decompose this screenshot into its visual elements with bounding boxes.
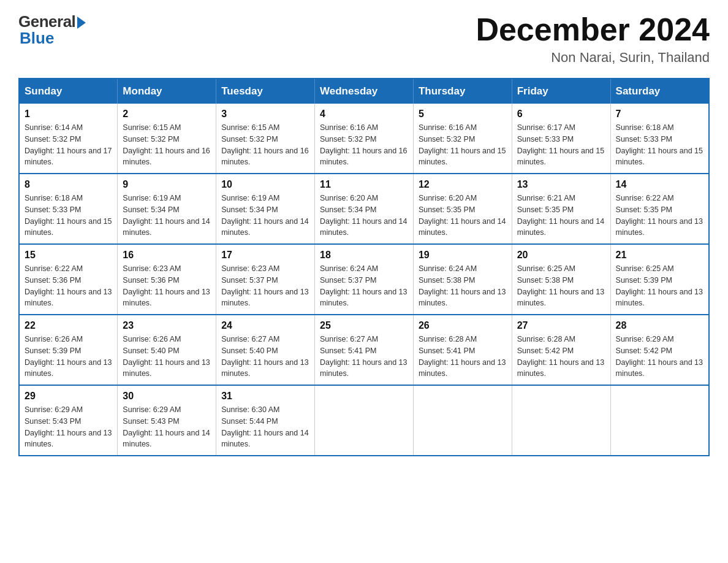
day-number: 14 [616,179,703,190]
calendar-cell: 11Sunrise: 6:20 AMSunset: 5:34 PMDayligh… [315,174,414,244]
calendar-cell: 2Sunrise: 6:15 AMSunset: 5:32 PMDaylight… [118,104,216,174]
calendar-cell [512,385,610,456]
day-info: Sunrise: 6:16 AMSunset: 5:32 PMDaylight:… [320,122,408,168]
day-number: 28 [616,320,703,331]
calendar-cell: 24Sunrise: 6:27 AMSunset: 5:40 PMDayligh… [216,315,315,385]
day-number: 5 [419,109,507,120]
day-info: Sunrise: 6:29 AMSunset: 5:43 PMDaylight:… [123,404,211,450]
day-info: Sunrise: 6:21 AMSunset: 5:35 PMDaylight:… [517,193,605,239]
day-info: Sunrise: 6:26 AMSunset: 5:40 PMDaylight:… [123,334,211,380]
calendar-cell: 20Sunrise: 6:25 AMSunset: 5:38 PMDayligh… [512,244,610,315]
calendar-cell: 9Sunrise: 6:19 AMSunset: 5:34 PMDaylight… [118,174,216,244]
calendar-header-wednesday: Wednesday [315,79,414,104]
month-year-title: December 2024 [476,12,710,47]
day-info: Sunrise: 6:23 AMSunset: 5:37 PMDaylight:… [221,263,309,309]
calendar-cell: 30Sunrise: 6:29 AMSunset: 5:43 PMDayligh… [118,385,216,456]
day-number: 23 [123,320,211,331]
day-info: Sunrise: 6:22 AMSunset: 5:35 PMDaylight:… [616,193,703,239]
day-info: Sunrise: 6:20 AMSunset: 5:35 PMDaylight:… [419,193,507,239]
day-info: Sunrise: 6:26 AMSunset: 5:39 PMDaylight:… [25,334,112,380]
day-info: Sunrise: 6:23 AMSunset: 5:36 PMDaylight:… [123,263,211,309]
calendar-cell: 18Sunrise: 6:24 AMSunset: 5:37 PMDayligh… [315,244,414,315]
day-info: Sunrise: 6:18 AMSunset: 5:33 PMDaylight:… [25,193,112,239]
calendar-header-friday: Friday [512,79,610,104]
day-number: 3 [221,109,309,120]
calendar-header-row: SundayMondayTuesdayWednesdayThursdayFrid… [19,79,709,104]
calendar-cell: 13Sunrise: 6:21 AMSunset: 5:35 PMDayligh… [512,174,610,244]
day-info: Sunrise: 6:19 AMSunset: 5:34 PMDaylight:… [123,193,211,239]
day-number: 31 [221,391,309,402]
day-number: 26 [419,320,507,331]
logo: General Blue [18,12,86,48]
day-number: 4 [320,109,408,120]
location-subtitle: Non Narai, Surin, Thailand [476,50,710,66]
day-number: 7 [616,109,703,120]
day-info: Sunrise: 6:29 AMSunset: 5:43 PMDaylight:… [25,404,112,450]
calendar-cell: 21Sunrise: 6:25 AMSunset: 5:39 PMDayligh… [610,244,709,315]
day-number: 11 [320,179,408,190]
calendar-week-row: 1Sunrise: 6:14 AMSunset: 5:32 PMDaylight… [19,104,709,174]
day-number: 2 [123,109,211,120]
day-number: 17 [221,250,309,261]
calendar-cell [610,385,709,456]
calendar-cell: 25Sunrise: 6:27 AMSunset: 5:41 PMDayligh… [315,315,414,385]
day-info: Sunrise: 6:28 AMSunset: 5:42 PMDaylight:… [517,334,605,380]
calendar-cell: 15Sunrise: 6:22 AMSunset: 5:36 PMDayligh… [19,244,118,315]
calendar-table: SundayMondayTuesdayWednesdayThursdayFrid… [18,78,710,456]
day-number: 24 [221,320,309,331]
calendar-cell: 5Sunrise: 6:16 AMSunset: 5:32 PMDaylight… [413,104,512,174]
day-info: Sunrise: 6:22 AMSunset: 5:36 PMDaylight:… [25,263,112,309]
day-number: 27 [517,320,605,331]
calendar-header-saturday: Saturday [610,79,709,104]
day-number: 18 [320,250,408,261]
calendar-header-monday: Monday [118,79,216,104]
calendar-cell: 1Sunrise: 6:14 AMSunset: 5:32 PMDaylight… [19,104,118,174]
calendar-cell: 17Sunrise: 6:23 AMSunset: 5:37 PMDayligh… [216,244,315,315]
day-number: 10 [221,179,309,190]
day-info: Sunrise: 6:27 AMSunset: 5:41 PMDaylight:… [320,334,408,380]
calendar-cell: 12Sunrise: 6:20 AMSunset: 5:35 PMDayligh… [413,174,512,244]
day-info: Sunrise: 6:24 AMSunset: 5:38 PMDaylight:… [419,263,507,309]
day-number: 30 [123,391,211,402]
day-info: Sunrise: 6:24 AMSunset: 5:37 PMDaylight:… [320,263,408,309]
day-number: 19 [419,250,507,261]
logo-blue-text: Blue [20,29,54,48]
day-number: 21 [616,250,703,261]
day-number: 16 [123,250,211,261]
calendar-week-row: 15Sunrise: 6:22 AMSunset: 5:36 PMDayligh… [19,244,709,315]
day-number: 29 [25,391,112,402]
calendar-cell: 6Sunrise: 6:17 AMSunset: 5:33 PMDaylight… [512,104,610,174]
calendar-cell: 27Sunrise: 6:28 AMSunset: 5:42 PMDayligh… [512,315,610,385]
calendar-cell: 14Sunrise: 6:22 AMSunset: 5:35 PMDayligh… [610,174,709,244]
calendar-header-thursday: Thursday [413,79,512,104]
calendar-cell: 19Sunrise: 6:24 AMSunset: 5:38 PMDayligh… [413,244,512,315]
day-number: 15 [25,250,112,261]
calendar-cell [315,385,414,456]
calendar-cell: 3Sunrise: 6:15 AMSunset: 5:32 PMDaylight… [216,104,315,174]
day-number: 20 [517,250,605,261]
day-info: Sunrise: 6:27 AMSunset: 5:40 PMDaylight:… [221,334,309,380]
day-info: Sunrise: 6:15 AMSunset: 5:32 PMDaylight:… [123,122,211,168]
day-info: Sunrise: 6:19 AMSunset: 5:34 PMDaylight:… [221,193,309,239]
calendar-week-row: 29Sunrise: 6:29 AMSunset: 5:43 PMDayligh… [19,385,709,456]
calendar-cell: 8Sunrise: 6:18 AMSunset: 5:33 PMDaylight… [19,174,118,244]
title-section: December 2024 Non Narai, Surin, Thailand [476,12,710,66]
day-info: Sunrise: 6:14 AMSunset: 5:32 PMDaylight:… [25,122,112,168]
calendar-header-tuesday: Tuesday [216,79,315,104]
page-header: General Blue December 2024 Non Narai, Su… [18,12,710,66]
day-number: 25 [320,320,408,331]
day-info: Sunrise: 6:18 AMSunset: 5:33 PMDaylight:… [616,122,703,168]
calendar-cell: 7Sunrise: 6:18 AMSunset: 5:33 PMDaylight… [610,104,709,174]
day-info: Sunrise: 6:15 AMSunset: 5:32 PMDaylight:… [221,122,309,168]
calendar-cell: 4Sunrise: 6:16 AMSunset: 5:32 PMDaylight… [315,104,414,174]
day-info: Sunrise: 6:16 AMSunset: 5:32 PMDaylight:… [419,122,507,168]
calendar-cell: 23Sunrise: 6:26 AMSunset: 5:40 PMDayligh… [118,315,216,385]
calendar-header-sunday: Sunday [19,79,118,104]
calendar-cell: 28Sunrise: 6:29 AMSunset: 5:42 PMDayligh… [610,315,709,385]
calendar-cell: 10Sunrise: 6:19 AMSunset: 5:34 PMDayligh… [216,174,315,244]
day-number: 6 [517,109,605,120]
day-number: 9 [123,179,211,190]
calendar-cell: 26Sunrise: 6:28 AMSunset: 5:41 PMDayligh… [413,315,512,385]
calendar-cell: 16Sunrise: 6:23 AMSunset: 5:36 PMDayligh… [118,244,216,315]
day-info: Sunrise: 6:25 AMSunset: 5:38 PMDaylight:… [517,263,605,309]
